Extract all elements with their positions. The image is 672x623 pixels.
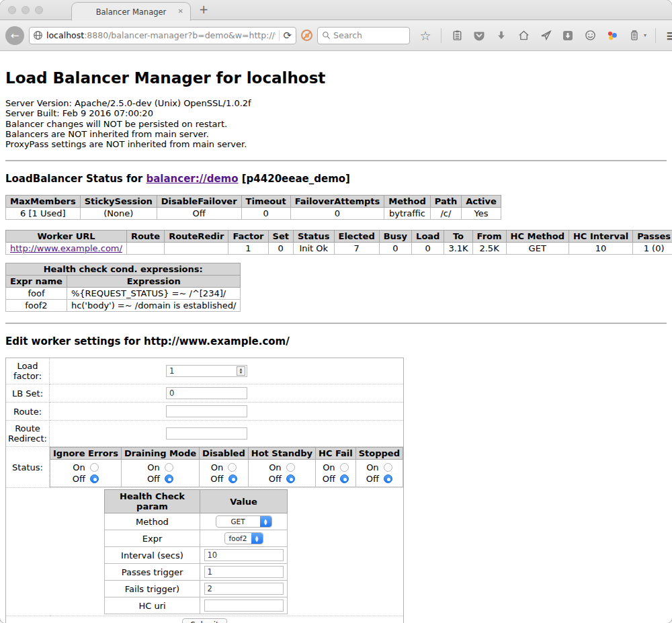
send-tab-icon[interactable]: [539, 29, 552, 42]
status-column-header: Ignore Errors: [50, 448, 122, 460]
radio-off-label: Off: [147, 473, 160, 485]
url-text[interactable]: localhost:8880/balancer-manager?b=demo&w…: [46, 30, 276, 40]
route-input[interactable]: [166, 405, 247, 417]
expr-row: foof2 hc('body') =~ /domain is establish…: [6, 300, 241, 312]
radio-on-label: On: [147, 462, 159, 473]
bookmark-star-icon[interactable]: ☆: [419, 29, 432, 42]
status-header-row: Ignore ErrorsDraining ModeDisabledHot St…: [50, 448, 403, 460]
edit-worker-form: Load factor: ▲▼ LB Set: Route: Route Red…: [5, 358, 404, 623]
status-radio-cell: On Off: [50, 460, 122, 487]
close-tab-icon[interactable]: ✕: [178, 7, 183, 15]
column-header: HC Interval: [569, 231, 632, 243]
balancer-status-table: MaxMembersStickySessionDisableFailoverTi…: [5, 195, 501, 220]
multi-color-extension-icon[interactable]: [605, 29, 619, 42]
feedback-smiley-icon[interactable]: [583, 29, 597, 42]
table-cell: Yes: [462, 208, 501, 220]
radio-off[interactable]: [228, 474, 237, 483]
search-bar[interactable]: [317, 27, 410, 44]
route-redirect-row: Route Redirect:: [6, 421, 404, 447]
passes-input[interactable]: [204, 566, 284, 578]
url-path: :8880/balancer-manager?b=demo&w=http://w…: [84, 30, 276, 40]
status-row: Status: Ignore ErrorsDraining ModeDisabl…: [6, 447, 404, 488]
radio-on[interactable]: [286, 463, 295, 472]
submit-row: Submit: [6, 616, 404, 623]
url-host: localhost: [46, 30, 84, 40]
submit-button[interactable]: Submit: [182, 618, 227, 623]
hc-uri-input[interactable]: [204, 599, 284, 612]
column-header: DisableFailover: [157, 196, 241, 208]
table-cell: Off: [157, 208, 241, 220]
column-header: Factor: [228, 231, 268, 243]
tab-title: Balancer Manager: [96, 7, 167, 17]
load-factor-input[interactable]: [166, 365, 247, 377]
toolbar-icons: ☆: [419, 28, 672, 43]
hc-fails-row: Fails trigger): [105, 581, 288, 597]
url-bar[interactable]: localhost:8880/balancer-manager?b=demo&w…: [29, 27, 296, 44]
zoom-window-button[interactable]: [35, 6, 43, 14]
select-arrows-icon: ▲▼: [260, 516, 271, 527]
fails-input[interactable]: [204, 583, 284, 595]
status-column-header: Hot Standby: [248, 448, 315, 460]
radio-off[interactable]: [90, 474, 99, 483]
tab-balancer-manager[interactable]: Balancer Manager ✕: [71, 2, 191, 21]
hc-method-row: Method GET ▲▼: [105, 513, 288, 530]
route-redirect-input[interactable]: [166, 427, 247, 440]
radio-on[interactable]: [340, 463, 349, 472]
new-tab-button[interactable]: +: [199, 3, 208, 16]
table-cell: 1: [228, 243, 268, 255]
radio-on[interactable]: [384, 463, 392, 472]
search-input[interactable]: [333, 30, 405, 40]
reload-icon[interactable]: ⟳: [283, 30, 293, 42]
downloads-icon[interactable]: [495, 29, 508, 42]
save-to-device-icon[interactable]: [561, 29, 575, 42]
reading-list-icon[interactable]: [450, 29, 464, 42]
toolbar-divider: [441, 28, 442, 43]
chevron-down-icon[interactable]: ▾: [644, 32, 646, 38]
column-header: Route: [126, 231, 164, 243]
table-cell: Init Ok: [293, 243, 334, 255]
balancer-link[interactable]: balancer://demo: [146, 173, 238, 185]
worker-url-link[interactable]: http://www.example.com/: [10, 243, 122, 253]
close-window-button[interactable]: [8, 6, 16, 14]
radio-off-label: Off: [210, 473, 223, 485]
table-cell: 7: [334, 243, 379, 255]
interval-input[interactable]: [204, 549, 284, 561]
content-blocked-icon[interactable]: [301, 30, 312, 41]
radio-off[interactable]: [286, 474, 295, 483]
column-header: Worker URL: [6, 231, 127, 243]
navigation-toolbar: ← localhost:8880/balancer-manager?b=demo…: [0, 20, 672, 51]
radio-on-label: On: [211, 462, 223, 473]
table-cell: [165, 243, 228, 255]
menu-hamburger-icon[interactable]: ≡: [665, 29, 672, 42]
column-header: From: [472, 231, 506, 243]
status-options-table: Ignore ErrorsDraining ModeDisabledHot St…: [50, 447, 403, 487]
window-controls: [8, 6, 43, 14]
table-cell: 1 (0): [633, 243, 672, 255]
method-select[interactable]: GET ▲▼: [216, 515, 272, 528]
lb-set-input[interactable]: [166, 387, 247, 399]
radio-off[interactable]: [340, 474, 349, 483]
number-stepper-icon[interactable]: ▲▼: [237, 366, 245, 376]
pocket-icon[interactable]: [472, 29, 486, 42]
expr-name-header: Expr name: [6, 276, 67, 288]
battery-extension-icon[interactable]: [628, 29, 641, 42]
column-header: Elected: [334, 231, 379, 243]
hc-uri-label: HC uri: [105, 597, 200, 614]
expr-select[interactable]: foof2 ▲▼: [224, 532, 263, 544]
radio-off[interactable]: [384, 474, 392, 483]
server-info-line: Balancer changes will NOT be persisted o…: [5, 119, 667, 129]
server-info-line: ProxyPass settings are NOT inherited fro…: [5, 139, 667, 149]
home-icon[interactable]: [517, 29, 530, 42]
radio-on[interactable]: [228, 463, 237, 472]
table-cell: 0: [290, 208, 384, 220]
column-header: MaxMembers: [6, 196, 81, 208]
back-button[interactable]: ←: [5, 26, 24, 45]
radio-off[interactable]: [165, 474, 173, 483]
minimize-window-button[interactable]: [22, 6, 30, 14]
hc-value-header: Value: [200, 490, 288, 513]
radio-on[interactable]: [165, 463, 173, 472]
balancer-data-row: 6 [1 Used](None)Off00bytraffic/c/Yes: [6, 208, 501, 220]
radio-on[interactable]: [90, 463, 99, 472]
server-info-line: Balancers are NOT inherited from main se…: [5, 129, 667, 139]
status-radio-cell: On Off: [248, 460, 315, 487]
